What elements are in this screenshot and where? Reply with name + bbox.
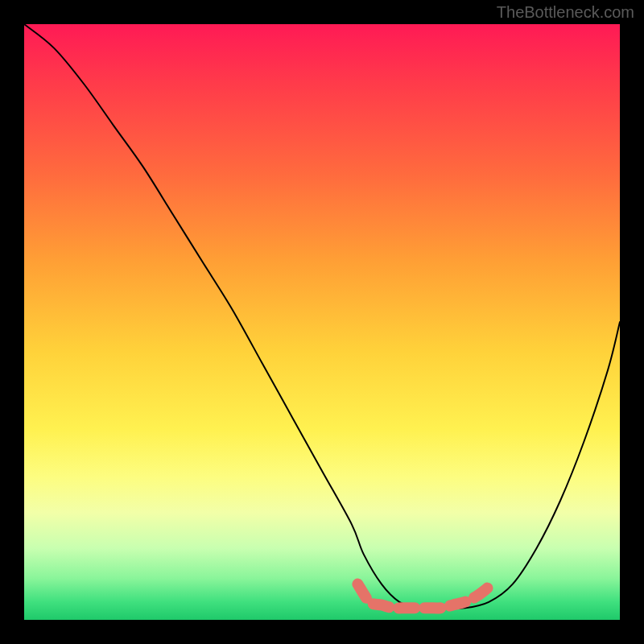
optimal-band-line xyxy=(357,584,489,609)
chart-svg xyxy=(24,24,620,620)
plot-area xyxy=(24,24,620,620)
watermark-text: TheBottleneck.com xyxy=(497,3,634,22)
bottleneck-curve-line xyxy=(24,24,620,609)
